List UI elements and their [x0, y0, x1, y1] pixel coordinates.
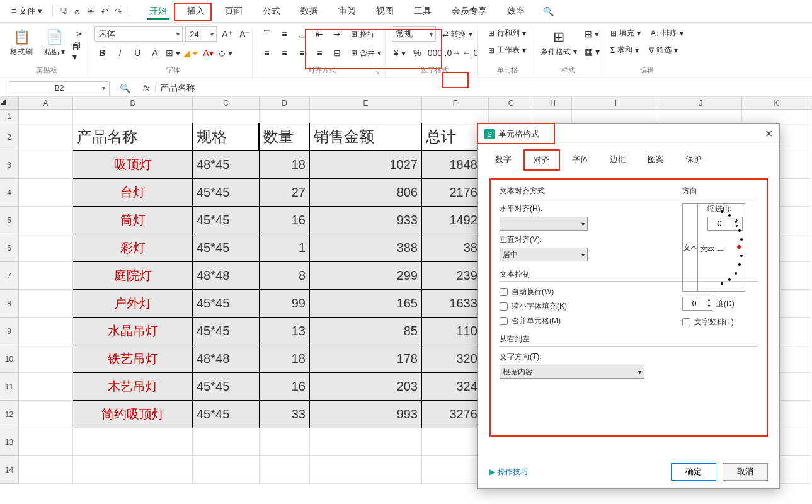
fx-icon[interactable]: fx — [143, 83, 149, 93]
table-style-icon[interactable]: ▦ ▾ — [585, 44, 600, 59]
cell[interactable]: 45*45 — [193, 401, 260, 428]
font-name-select[interactable]: 宋体 — [94, 26, 183, 42]
cell[interactable]: 简约吸顶灯 — [73, 401, 193, 428]
copy-icon[interactable]: 🗐 ▾ — [72, 44, 88, 59]
rows-cols-button[interactable]: ⊞ 行和列 ▾ — [484, 26, 530, 40]
dialog-tab-protect[interactable]: 保护 — [676, 149, 711, 171]
cut-icon[interactable]: ✂ — [72, 26, 88, 42]
distribute-icon[interactable]: ⊟ — [329, 45, 345, 60]
row-header[interactable]: 5 — [0, 207, 19, 234]
cell[interactable] — [260, 110, 310, 123]
column-header[interactable]: H — [534, 97, 572, 109]
tab-page[interactable]: 页面 — [215, 2, 253, 21]
font-size-select[interactable]: 24 — [185, 26, 217, 42]
cell[interactable] — [19, 151, 73, 179]
indent-decrease-icon[interactable]: ⇤ — [312, 26, 327, 42]
cell[interactable] — [19, 110, 73, 123]
formula-value[interactable]: 产品名称 — [156, 83, 195, 94]
cell[interactable]: 388 — [310, 234, 422, 262]
cell[interactable]: 165 — [310, 290, 422, 318]
cell[interactable] — [534, 110, 572, 123]
worksheet-button[interactable]: ⊞ 工作表 ▾ — [484, 43, 530, 57]
row-header[interactable]: 4 — [0, 179, 19, 207]
name-box[interactable]: B2 — [9, 81, 110, 95]
cell[interactable]: 彩灯 — [73, 234, 193, 262]
cell[interactable] — [260, 456, 310, 484]
cell[interactable]: 1 — [260, 234, 310, 262]
cell[interactable]: 45*45 — [193, 290, 260, 318]
cell[interactable]: 销售金额 — [310, 123, 422, 151]
align-right-icon[interactable]: ≡ — [294, 45, 309, 60]
cell[interactable] — [19, 318, 73, 345]
cell[interactable]: 85 — [310, 318, 422, 345]
cell[interactable]: 木艺吊灯 — [73, 373, 193, 401]
cell[interactable]: 45*45 — [193, 373, 260, 401]
cell-style-icon[interactable]: ⊞ ▾ — [585, 26, 600, 42]
cell[interactable] — [742, 110, 811, 123]
cancel-button[interactable]: 取消 — [723, 463, 768, 481]
cell[interactable] — [19, 179, 73, 207]
cell[interactable] — [193, 456, 260, 484]
file-menu[interactable]: ≡ 文件 ▾ — [5, 3, 49, 20]
column-header[interactable]: G — [489, 97, 534, 109]
cell[interactable] — [310, 428, 422, 456]
tab-data[interactable]: 数据 — [290, 2, 328, 21]
fill-button[interactable]: ⊞ 填充 ▾ — [607, 26, 644, 40]
column-header[interactable]: K — [742, 97, 811, 109]
wrap-text-button[interactable]: ⊞ 换行 — [347, 28, 379, 41]
cell[interactable]: 45*45 — [193, 318, 260, 345]
cell[interactable] — [19, 207, 73, 234]
tab-member[interactable]: 会员专享 — [442, 2, 497, 21]
cell[interactable]: 178 — [310, 345, 422, 373]
cell[interactable]: 1027 — [310, 151, 422, 179]
cell[interactable]: 33 — [260, 401, 310, 428]
align-bottom-icon[interactable]: ⎵ — [294, 26, 309, 42]
dialog-tab-alignment[interactable]: 对齐 — [523, 149, 560, 171]
cell[interactable]: 16 — [260, 207, 310, 234]
vertical-text-checkbox[interactable]: 文字竖排(L) — [682, 317, 758, 328]
row-header[interactable]: 2 — [0, 123, 19, 151]
save-icon[interactable]: 🖫 — [57, 5, 69, 18]
cond-format-button[interactable]: ⊞条件格式 ▾ — [537, 26, 580, 60]
tab-formula[interactable]: 公式 — [253, 2, 290, 21]
tab-tools[interactable]: 工具 — [404, 2, 442, 21]
increase-decimal-icon[interactable]: .0→ — [445, 45, 460, 60]
cell[interactable]: 13 — [260, 318, 310, 345]
column-header[interactable]: B — [73, 97, 193, 109]
decrease-font-icon[interactable]: A⁻ — [237, 26, 252, 42]
sort-button[interactable]: A↓ 排序 ▾ — [647, 26, 687, 40]
tab-insert[interactable]: 插入 — [177, 2, 215, 21]
cell[interactable]: 庭院灯 — [73, 262, 193, 290]
align-left-icon[interactable]: ≡ — [259, 45, 274, 60]
cell[interactable]: 户外灯 — [73, 290, 193, 318]
cell[interactable] — [19, 428, 73, 456]
cell[interactable]: 45*45 — [193, 234, 260, 262]
cell[interactable] — [73, 456, 193, 484]
row-header[interactable]: 8 — [0, 290, 19, 318]
cell[interactable]: 48*48 — [193, 345, 260, 373]
link-icon[interactable]: ⌀ — [71, 5, 83, 18]
column-header[interactable]: I — [572, 97, 660, 109]
cell[interactable] — [19, 234, 73, 262]
strikethrough-icon[interactable]: A̶ — [147, 45, 163, 60]
align-middle-icon[interactable]: ≡ — [277, 26, 292, 42]
h-align-select[interactable] — [500, 217, 588, 231]
cell[interactable] — [73, 110, 193, 123]
cell[interactable] — [19, 345, 73, 373]
cell[interactable] — [572, 110, 660, 123]
column-header[interactable]: E — [310, 97, 422, 109]
select-all-corner[interactable]: ◢ — [0, 97, 19, 109]
cell[interactable]: 产品名称 — [73, 123, 193, 151]
tips-link[interactable]: ▶操作技巧 — [489, 467, 528, 478]
cell[interactable]: 48*45 — [193, 151, 260, 179]
cell[interactable]: 筒灯 — [73, 207, 193, 234]
row-header[interactable]: 6 — [0, 234, 19, 262]
row-header[interactable]: 1 — [0, 110, 19, 123]
convert-button[interactable]: ⇄ 转换 ▾ — [438, 28, 476, 41]
justify-icon[interactable]: ≡ — [312, 45, 327, 60]
alignment-dialog-launcher[interactable]: ↘ — [375, 69, 384, 77]
cell[interactable]: 吸顶灯 — [73, 151, 193, 179]
increase-font-icon[interactable]: A⁺ — [219, 26, 234, 42]
format-painter-button[interactable]: 📋格式刷 — [6, 26, 37, 60]
align-center-icon[interactable]: ≡ — [277, 45, 292, 60]
